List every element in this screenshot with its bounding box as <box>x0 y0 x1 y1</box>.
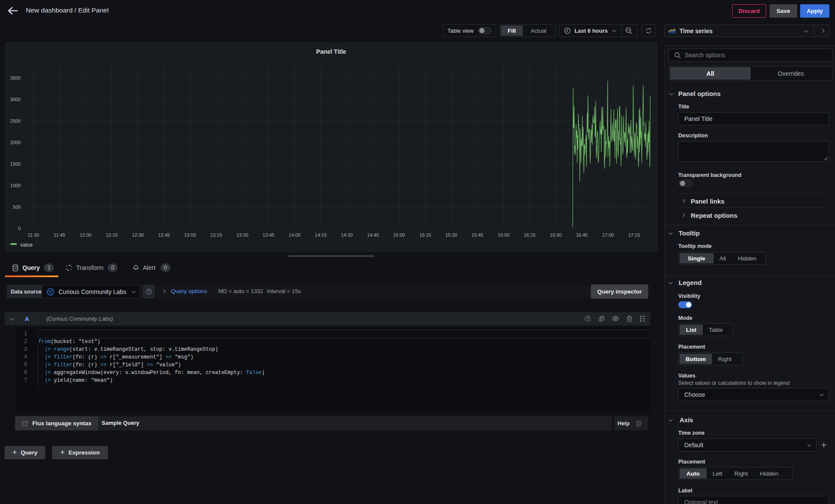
svg-text:?: ? <box>587 316 589 321</box>
svg-text:12:30: 12:30 <box>132 232 144 238</box>
svg-text:16:00: 16:00 <box>498 232 510 238</box>
svg-text:17:15: 17:15 <box>628 232 640 238</box>
svg-text:13:45: 13:45 <box>263 232 275 238</box>
svg-text:13:15: 13:15 <box>210 232 222 238</box>
svg-text:15:00: 15:00 <box>393 232 405 238</box>
svg-text:1500: 1500 <box>10 161 21 167</box>
svg-text:0: 0 <box>18 226 21 231</box>
svg-text:12:15: 12:15 <box>106 232 118 238</box>
svg-text:16:30: 16:30 <box>550 232 562 238</box>
svg-text:13:30: 13:30 <box>236 232 248 238</box>
svg-text:11:45: 11:45 <box>54 232 65 238</box>
svg-text:14:15: 14:15 <box>315 232 327 238</box>
svg-text:11:30: 11:30 <box>28 232 39 238</box>
svg-text:?: ? <box>148 289 150 294</box>
svg-text:15:30: 15:30 <box>445 232 457 238</box>
svg-text:14:45: 14:45 <box>367 232 379 238</box>
svg-text:2500: 2500 <box>10 118 21 124</box>
svg-text:value: value <box>20 242 33 248</box>
svg-text:16:45: 16:45 <box>576 232 588 238</box>
svg-text:15:45: 15:45 <box>472 232 484 238</box>
svg-text:2000: 2000 <box>10 140 21 145</box>
svg-text:12:45: 12:45 <box>158 232 170 238</box>
svg-text:16:15: 16:15 <box>524 232 536 238</box>
svg-text:12:00: 12:00 <box>80 232 92 238</box>
svg-text:3500: 3500 <box>10 75 21 80</box>
svg-text:1000: 1000 <box>10 183 21 188</box>
svg-text:500: 500 <box>13 204 21 210</box>
svg-text:14:00: 14:00 <box>289 232 301 238</box>
svg-text:17:00: 17:00 <box>602 232 614 238</box>
svg-text:3000: 3000 <box>10 97 21 102</box>
svg-text:13:00: 13:00 <box>184 232 196 238</box>
svg-text:14:30: 14:30 <box>341 232 353 238</box>
svg-text:15:15: 15:15 <box>419 232 431 238</box>
